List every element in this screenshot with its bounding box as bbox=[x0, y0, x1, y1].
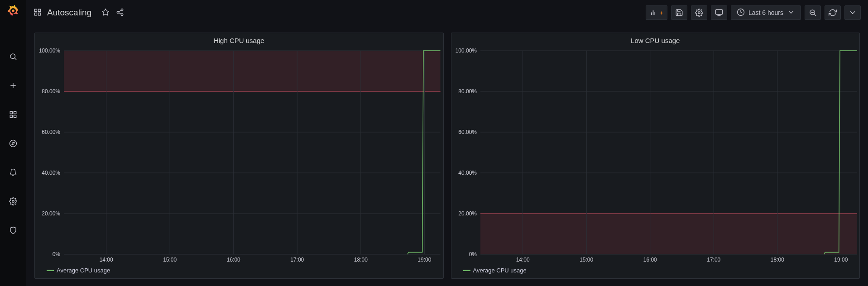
time-range-label: Last 6 hours bbox=[748, 9, 783, 16]
svg-text:20.00%: 20.00% bbox=[42, 210, 60, 217]
refresh-interval-dropdown[interactable] bbox=[844, 5, 861, 20]
svg-text:16:00: 16:00 bbox=[227, 257, 240, 263]
settings-button[interactable] bbox=[691, 5, 707, 20]
dashboard-body: High CPU usage 14:0015:0016:0017:0018:00… bbox=[26, 25, 868, 286]
topbar: Autoscaling + bbox=[26, 0, 868, 25]
svg-text:80.00%: 80.00% bbox=[458, 88, 477, 95]
svg-text:19:00: 19:00 bbox=[834, 257, 848, 263]
svg-point-9 bbox=[10, 140, 17, 147]
dashboards-icon[interactable] bbox=[4, 105, 22, 124]
svg-text:16:00: 16:00 bbox=[643, 257, 657, 263]
svg-text:100.00%: 100.00% bbox=[39, 48, 61, 54]
save-button[interactable] bbox=[671, 5, 687, 20]
panel-title: High CPU usage bbox=[35, 33, 443, 46]
svg-line-20 bbox=[119, 13, 121, 14]
svg-rect-15 bbox=[38, 13, 41, 15]
svg-text:60.00%: 60.00% bbox=[458, 129, 477, 135]
page-title[interactable]: Autoscaling bbox=[47, 8, 91, 18]
left-sidebar bbox=[0, 0, 26, 286]
panel-legend[interactable]: Average CPU usage bbox=[451, 265, 860, 278]
svg-point-1 bbox=[10, 54, 15, 59]
legend-label: Average CPU usage bbox=[57, 267, 110, 274]
chart-area[interactable]: 14:0015:0016:0017:0018:0019:000%20.00%40… bbox=[35, 46, 443, 265]
svg-text:14:00: 14:00 bbox=[516, 257, 529, 263]
svg-line-2 bbox=[14, 58, 16, 59]
svg-line-21 bbox=[119, 10, 121, 11]
svg-text:0%: 0% bbox=[469, 251, 477, 257]
panel-high-cpu[interactable]: High CPU usage 14:0015:0016:0017:0018:00… bbox=[34, 33, 444, 279]
svg-text:20.00%: 20.00% bbox=[458, 210, 477, 217]
time-range-picker[interactable]: Last 6 hours bbox=[731, 5, 801, 20]
svg-rect-33 bbox=[64, 51, 441, 91]
svg-text:14:00: 14:00 bbox=[100, 257, 113, 263]
tv-mode-button[interactable] bbox=[711, 5, 727, 20]
svg-text:15:00: 15:00 bbox=[163, 257, 177, 263]
svg-text:80.00%: 80.00% bbox=[42, 88, 60, 95]
svg-rect-8 bbox=[14, 115, 16, 118]
svg-point-25 bbox=[698, 12, 700, 14]
svg-text:60.00%: 60.00% bbox=[42, 129, 60, 135]
panel-legend[interactable]: Average CPU usage bbox=[35, 265, 443, 278]
refresh-button[interactable] bbox=[825, 5, 841, 20]
svg-marker-10 bbox=[12, 142, 14, 145]
svg-line-31 bbox=[814, 14, 815, 15]
svg-rect-59 bbox=[480, 214, 857, 254]
share-icon[interactable] bbox=[116, 8, 124, 18]
panel-title: Low CPU usage bbox=[451, 33, 860, 46]
panel-low-cpu[interactable]: Low CPU usage 14:0015:0016:0017:0018:001… bbox=[451, 33, 860, 279]
svg-text:17:00: 17:00 bbox=[707, 257, 720, 263]
svg-marker-16 bbox=[102, 9, 109, 15]
svg-text:17:00: 17:00 bbox=[290, 257, 304, 263]
search-icon[interactable] bbox=[4, 48, 22, 66]
grafana-logo-icon[interactable] bbox=[7, 5, 19, 19]
plus-icon[interactable] bbox=[4, 76, 22, 95]
compass-icon[interactable] bbox=[4, 134, 22, 153]
svg-rect-5 bbox=[10, 111, 12, 114]
legend-color-key bbox=[47, 270, 54, 271]
svg-point-0 bbox=[12, 10, 14, 12]
svg-rect-7 bbox=[10, 115, 12, 118]
svg-point-11 bbox=[12, 200, 14, 203]
main-area: Autoscaling + bbox=[26, 0, 868, 286]
gear-icon[interactable] bbox=[4, 192, 22, 210]
bell-icon[interactable] bbox=[4, 163, 22, 181]
svg-rect-13 bbox=[38, 9, 41, 11]
svg-text:40.00%: 40.00% bbox=[458, 170, 477, 176]
legend-label: Average CPU usage bbox=[473, 267, 527, 274]
svg-text:19:00: 19:00 bbox=[417, 257, 431, 263]
svg-rect-6 bbox=[14, 111, 16, 114]
zoom-out-button[interactable] bbox=[805, 5, 821, 20]
svg-rect-26 bbox=[715, 10, 722, 14]
clock-icon bbox=[737, 8, 745, 18]
svg-text:18:00: 18:00 bbox=[354, 257, 368, 263]
svg-text:100.00%: 100.00% bbox=[455, 48, 477, 54]
star-icon[interactable] bbox=[101, 8, 110, 18]
chart-area[interactable]: 14:0015:0016:0017:0018:0019:000%20.00%40… bbox=[451, 46, 860, 265]
dashboard-grid-icon[interactable] bbox=[34, 8, 42, 18]
svg-text:18:00: 18:00 bbox=[770, 257, 784, 263]
chevron-down-icon bbox=[787, 8, 795, 18]
add-panel-button[interactable]: + bbox=[646, 5, 667, 20]
svg-rect-12 bbox=[34, 9, 37, 11]
svg-text:15:00: 15:00 bbox=[580, 257, 593, 263]
shield-icon[interactable] bbox=[4, 221, 22, 239]
svg-rect-14 bbox=[34, 13, 37, 15]
legend-color-key bbox=[463, 270, 470, 271]
svg-text:40.00%: 40.00% bbox=[42, 170, 60, 176]
svg-text:0%: 0% bbox=[53, 251, 61, 257]
